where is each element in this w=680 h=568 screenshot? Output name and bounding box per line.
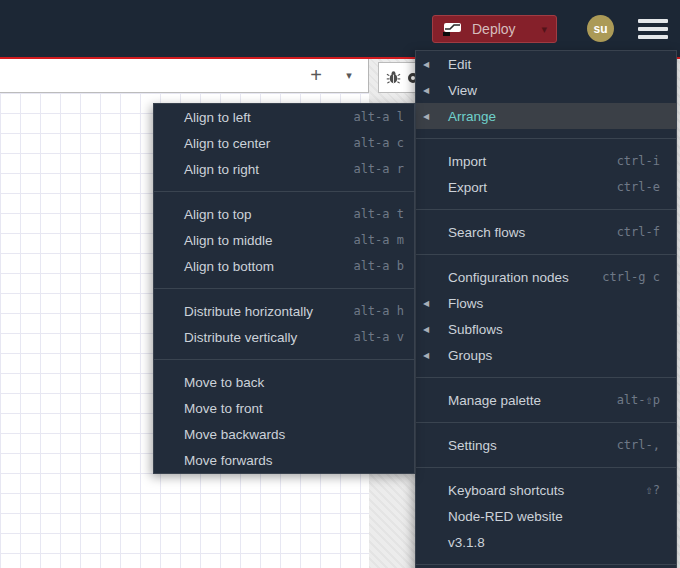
menu-item-shortcut: alt-a h	[341, 304, 404, 318]
menu-item-align-to-left[interactable]: Align to leftalt-a l	[154, 104, 414, 130]
menu-item-label: Align to center	[184, 136, 270, 151]
menu-item-configuration-nodes[interactable]: Configuration nodesctrl-g c	[416, 264, 676, 290]
menu-item-distribute-vertically[interactable]: Distribute verticallyalt-a v	[154, 324, 414, 350]
menu-item-flows[interactable]: ◀Flows	[416, 290, 676, 316]
hamburger-bar	[638, 35, 668, 39]
menu-item-label: Search flows	[448, 225, 525, 240]
menu-item-label: Groups	[448, 348, 492, 363]
menu-item-label: Settings	[448, 438, 497, 453]
user-avatar[interactable]: su	[587, 15, 614, 42]
menu-item-label: Export	[448, 180, 487, 195]
submenu-arrow-icon: ◀	[423, 60, 429, 69]
menu-item-shortcut: ⇧?	[634, 483, 660, 497]
menu-item-shortcut: alt-a c	[341, 136, 404, 150]
menu-item-shortcut: ctrl-i	[605, 154, 660, 168]
menu-separator	[416, 377, 676, 378]
main-dropdown-menu: ◀Edit◀View◀ArrangeImportctrl-iExportctrl…	[415, 50, 677, 568]
menu-separator	[154, 359, 414, 360]
menu-separator	[416, 564, 676, 565]
menu-item-move-forwards[interactable]: Move forwards	[154, 447, 414, 473]
menu-item-shortcut: alt-a b	[341, 259, 404, 273]
menu-item-shortcut: ctrl-g c	[590, 270, 660, 284]
menu-item-shortcut: ctrl-e	[605, 180, 660, 194]
menu-item-label: Align to middle	[184, 233, 273, 248]
menu-separator	[416, 467, 676, 468]
menu-item-v3-1-8[interactable]: v3.1.8	[416, 529, 676, 555]
menu-item-settings[interactable]: Settingsctrl-,	[416, 432, 676, 458]
submenu-arrow-icon: ◀	[423, 351, 429, 360]
menu-item-align-to-right[interactable]: Align to rightalt-a r	[154, 156, 414, 182]
menu-item-label: Align to bottom	[184, 259, 274, 274]
submenu-arrow-icon: ◀	[423, 299, 429, 308]
menu-item-align-to-middle[interactable]: Align to middlealt-a m	[154, 227, 414, 253]
menu-item-shortcut: alt-a r	[341, 162, 404, 176]
menu-item-manage-palette[interactable]: Manage palettealt-⇧p	[416, 387, 676, 413]
menu-item-shortcut: alt-a l	[341, 110, 404, 124]
deploy-label: Deploy	[472, 21, 516, 37]
menu-item-subflows[interactable]: ◀Subflows	[416, 316, 676, 342]
menu-item-label: Distribute vertically	[184, 330, 297, 345]
arrange-submenu: Align to leftalt-a lAlign to centeralt-a…	[153, 103, 415, 474]
menu-item-label: Move to front	[184, 401, 263, 416]
deploy-button[interactable]: Deploy ▾	[432, 15, 557, 43]
menu-item-label: Arrange	[448, 109, 496, 124]
menu-item-search-flows[interactable]: Search flowsctrl-f	[416, 219, 676, 245]
menu-item-node-red-website[interactable]: Node-RED website	[416, 503, 676, 529]
menu-item-shortcut: ctrl-,	[605, 438, 660, 452]
menu-item-label: Manage palette	[448, 393, 541, 408]
menu-item-move-backwards[interactable]: Move backwards	[154, 421, 414, 447]
submenu-arrow-icon: ◀	[423, 112, 429, 121]
flow-list-dropdown-icon[interactable]: ▾	[336, 60, 362, 91]
menu-item-groups[interactable]: ◀Groups	[416, 342, 676, 368]
menu-item-label: Move backwards	[184, 427, 285, 442]
menu-item-distribute-horizontally[interactable]: Distribute horizontallyalt-a h	[154, 298, 414, 324]
submenu-arrow-icon: ◀	[423, 325, 429, 334]
menu-item-align-to-top[interactable]: Align to topalt-a t	[154, 201, 414, 227]
menu-item-shortcut: alt-a m	[341, 233, 404, 247]
menu-item-import[interactable]: Importctrl-i	[416, 148, 676, 174]
menu-item-label: Node-RED website	[448, 509, 563, 524]
menu-item-move-to-back[interactable]: Move to back	[154, 369, 414, 395]
main-menu-button[interactable]	[638, 19, 668, 39]
menu-item-shortcut: ctrl-f	[605, 225, 660, 239]
menu-item-label: Subflows	[448, 322, 503, 337]
menu-item-label: Move to back	[184, 375, 264, 390]
menu-item-view[interactable]: ◀View	[416, 77, 676, 103]
hamburger-bar	[638, 27, 668, 31]
menu-separator	[416, 254, 676, 255]
menu-item-move-to-front[interactable]: Move to front	[154, 395, 414, 421]
menu-item-label: Flows	[448, 296, 483, 311]
menu-item-keyboard-shortcuts[interactable]: Keyboard shortcuts⇧?	[416, 477, 676, 503]
menu-item-label: Keyboard shortcuts	[448, 483, 564, 498]
menu-item-label: v3.1.8	[448, 535, 485, 550]
menu-item-label: Align to left	[184, 110, 251, 125]
menu-item-arrange[interactable]: ◀Arrange	[416, 103, 676, 129]
menu-separator	[154, 191, 414, 192]
menu-item-edit[interactable]: ◀Edit	[416, 51, 676, 77]
menu-separator	[416, 138, 676, 139]
menu-separator	[416, 209, 676, 210]
menu-item-label: Import	[448, 154, 486, 169]
menu-separator	[416, 422, 676, 423]
menu-item-label: Align to top	[184, 207, 252, 222]
debug-tab-icon[interactable]	[386, 70, 401, 85]
menu-item-shortcut: alt-a t	[341, 207, 404, 221]
menu-item-label: View	[448, 83, 477, 98]
menu-separator	[154, 288, 414, 289]
deploy-caret-icon[interactable]: ▾	[541, 24, 547, 35]
add-flow-button[interactable]: +	[303, 60, 329, 91]
menu-item-label: Align to right	[184, 162, 259, 177]
menu-item-label: Configuration nodes	[448, 270, 569, 285]
hamburger-bar	[638, 19, 668, 23]
menu-item-shortcut: alt-a v	[341, 330, 404, 344]
menu-item-label: Edit	[448, 57, 471, 72]
header: Deploy ▾ su	[0, 0, 680, 57]
menu-item-export[interactable]: Exportctrl-e	[416, 174, 676, 200]
menu-item-align-to-center[interactable]: Align to centeralt-a c	[154, 130, 414, 156]
menu-item-shortcut: alt-⇧p	[605, 393, 660, 407]
menu-item-label: Distribute horizontally	[184, 304, 313, 319]
menu-item-align-to-bottom[interactable]: Align to bottomalt-a b	[154, 253, 414, 279]
deploy-icon	[442, 21, 463, 37]
submenu-arrow-icon: ◀	[423, 86, 429, 95]
menu-item-label: Move forwards	[184, 453, 273, 468]
